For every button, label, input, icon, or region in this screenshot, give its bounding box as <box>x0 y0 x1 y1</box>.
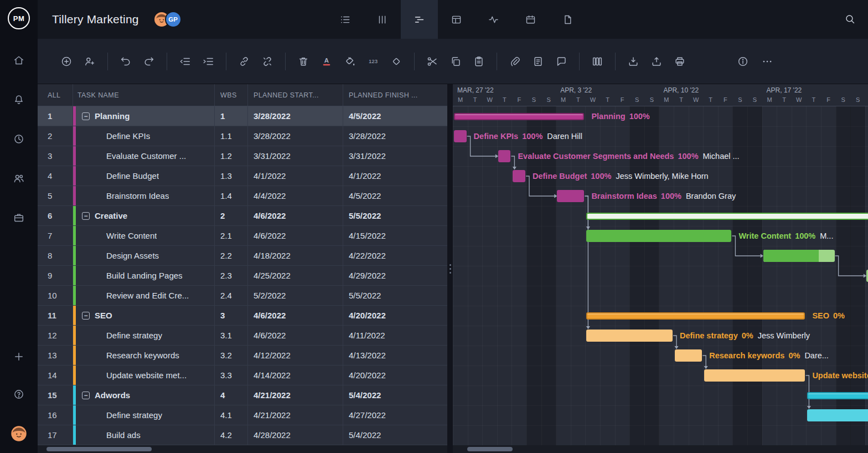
timeline-day-label: F <box>718 96 733 103</box>
table-row[interactable]: 17Build ads4.24/28/20225/4/2022 <box>38 425 447 445</box>
collapse-icon[interactable]: − <box>82 212 90 220</box>
wbs-cell: 1.1 <box>215 126 248 146</box>
table-row[interactable]: 1−Planning13/28/20224/5/2022 <box>38 106 447 126</box>
table-row[interactable]: 13Research keywords3.24/12/20224/13/2022 <box>38 346 447 366</box>
toolbar-text-color-button[interactable]: A <box>320 55 333 68</box>
toolbar-redo-button[interactable] <box>142 55 156 68</box>
gantt-summary-bar[interactable] <box>586 213 868 220</box>
bar-label-assignees: Dare... <box>804 351 829 360</box>
gantt-summary-bar[interactable] <box>807 392 868 399</box>
view-activity-icon <box>488 14 499 25</box>
wbs-cell: 4.2 <box>215 425 248 445</box>
view-tab-sheet[interactable] <box>438 0 475 39</box>
sidebar-user-avatar[interactable] <box>11 425 27 442</box>
gantt-task-bar[interactable] <box>454 130 467 142</box>
toolbar-import-button[interactable] <box>627 55 640 68</box>
planned-start-cell: 4/6/2022 <box>248 306 343 325</box>
toolbar-info-button[interactable] <box>736 55 750 68</box>
table-row[interactable]: 16Define strategy4.14/21/20224/27/2022 <box>38 405 447 425</box>
table-row[interactable]: 4Define Budget1.34/1/20224/1/2022 <box>38 166 447 186</box>
gantt-task-bar[interactable] <box>586 330 673 342</box>
table-row[interactable]: 7Write Content2.14/6/20224/15/2022 <box>38 226 447 246</box>
toolbar-outdent-button[interactable] <box>178 55 192 68</box>
view-tab-doc[interactable] <box>549 0 586 39</box>
toolbar-fill-color-button[interactable] <box>343 55 356 68</box>
collapse-icon[interactable]: − <box>82 392 90 399</box>
gantt-task-bar[interactable] <box>704 369 805 382</box>
bar-label-progress: 100% <box>629 112 650 121</box>
toolbar-link-button[interactable] <box>237 55 251 68</box>
task-name: Adwords <box>95 390 130 400</box>
view-tab-list[interactable] <box>327 0 364 39</box>
sidebar-clock-button[interactable] <box>12 132 25 146</box>
table-row[interactable]: 8Design Assets2.24/18/20224/22/2022 <box>38 246 447 266</box>
gantt-task-bar[interactable] <box>498 150 511 162</box>
column-header-wbs[interactable]: WBS <box>215 84 248 106</box>
sidebar-plus-button[interactable] <box>12 350 25 363</box>
view-tab-gantt[interactable] <box>401 0 438 39</box>
sidebar-briefcase-button[interactable] <box>12 211 25 224</box>
pane-divider[interactable] <box>447 84 453 453</box>
table-hscroll-thumb[interactable] <box>46 447 152 451</box>
toolbar-attachment-button[interactable] <box>508 55 521 68</box>
gantt-task-bar[interactable] <box>586 230 731 242</box>
row-number: 9 <box>38 266 73 285</box>
toolbar-comment-button[interactable] <box>555 55 568 68</box>
sidebar-bottom <box>11 350 27 453</box>
sidebar-home-button[interactable] <box>12 54 25 67</box>
toolbar-paste-button[interactable] <box>472 55 485 68</box>
sidebar-help-button[interactable] <box>12 388 25 401</box>
toolbar-unlink-button[interactable] <box>261 55 274 68</box>
toolbar-milestone-button[interactable] <box>390 55 403 68</box>
view-tab-calendar[interactable] <box>512 0 549 39</box>
table-row[interactable]: 14Update website met...3.34/14/20224/20/… <box>38 366 447 385</box>
timeline-day-label: W <box>792 96 807 103</box>
member-avatar[interactable]: GP <box>165 11 182 28</box>
toolbar-more-button[interactable] <box>761 55 774 68</box>
toolbar-add-task-button[interactable] <box>60 55 73 68</box>
gantt-task-bar[interactable] <box>513 170 525 182</box>
column-header-planned-start[interactable]: PLANNED START... <box>248 84 343 106</box>
toolbar-cut-button[interactable] <box>426 55 439 68</box>
table-row[interactable]: 11−SEO34/6/20224/20/2022 <box>38 306 447 326</box>
paste-icon <box>473 55 485 68</box>
toolbar-export-button[interactable] <box>650 55 663 68</box>
toolbar-numbers-button[interactable]: 123 <box>366 55 380 68</box>
table-row[interactable]: 10Review and Edit Cre...2.45/2/20225/5/2… <box>38 286 447 306</box>
toolbar-undo-button[interactable] <box>119 55 132 68</box>
table-row[interactable]: 3Evaluate Customer ...1.23/31/20223/31/2… <box>38 146 447 166</box>
planned-finish-cell: 3/28/2022 <box>343 126 447 146</box>
collapse-icon[interactable]: − <box>82 112 90 120</box>
app-logo[interactable]: PM <box>8 7 30 29</box>
collapse-icon[interactable]: − <box>82 312 90 320</box>
column-header-all[interactable]: ALL <box>38 84 73 106</box>
table-row[interactable]: 5Brainstorm Ideas1.44/4/20224/5/2022 <box>38 186 447 206</box>
gantt-task-bar[interactable] <box>807 409 868 421</box>
view-tab-activity[interactable] <box>475 0 512 39</box>
table-row[interactable]: 9Build Landing Pages2.34/25/20224/29/202… <box>38 266 447 286</box>
toolbar-print-button[interactable] <box>673 55 686 68</box>
gantt-summary-bar[interactable] <box>454 113 584 120</box>
search-button[interactable] <box>844 13 856 27</box>
column-header-task-name[interactable]: TASK NAME <box>73 84 215 106</box>
sidebar-team-button[interactable] <box>12 172 25 185</box>
sidebar-bell-button[interactable] <box>12 93 25 106</box>
gantt-task-bar[interactable] <box>763 250 835 262</box>
toolbar-indent-button[interactable] <box>202 55 215 68</box>
timeline-day-label: S <box>732 96 747 103</box>
toolbar-notes-button[interactable] <box>531 55 545 68</box>
gantt-task-bar[interactable] <box>675 349 702 362</box>
table-row[interactable]: 2Define KPIs1.13/28/20223/28/2022 <box>38 126 447 146</box>
table-row[interactable]: 12Define strategy3.14/6/20224/11/2022 <box>38 326 447 346</box>
toolbar-columns-button[interactable] <box>591 55 604 68</box>
gantt-task-bar[interactable] <box>557 190 584 202</box>
column-header-planned-finish[interactable]: PLANNED FINISH ... <box>343 84 447 106</box>
gantt-summary-bar[interactable] <box>586 312 805 320</box>
gantt-hscroll-thumb[interactable] <box>467 447 513 451</box>
view-tab-board[interactable] <box>364 0 401 39</box>
toolbar-copy-button[interactable] <box>449 55 462 68</box>
toolbar-trash-button[interactable] <box>297 55 310 68</box>
table-row[interactable]: 6−Creative24/6/20225/5/2022 <box>38 206 447 226</box>
toolbar-assign-button[interactable] <box>83 55 96 68</box>
table-row[interactable]: 15−Adwords44/21/20225/4/2022 <box>38 385 447 405</box>
